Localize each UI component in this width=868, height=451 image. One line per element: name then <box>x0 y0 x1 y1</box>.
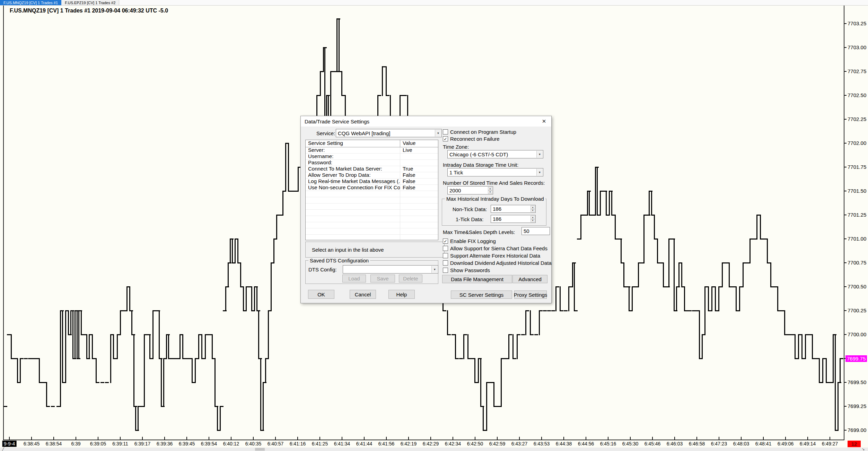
horizontal-scrollbar[interactable] <box>0 448 868 451</box>
spinner-icon[interactable]: ▲▼ <box>488 187 492 194</box>
time-tick <box>807 437 808 440</box>
time-tick <box>186 437 187 440</box>
price-tick <box>844 406 847 407</box>
table-row[interactable]: Log Real-time Market Data Messages (...F… <box>306 179 438 185</box>
stored-records-value: 2000 <box>449 188 461 193</box>
time-tick <box>741 437 742 440</box>
sc-server-settings-button[interactable]: SC Server Settings <box>451 290 512 299</box>
advanced-button[interactable]: Advanced <box>512 275 547 283</box>
allow-sierra-feeds-checkbox[interactable]: ✓ Allow Support for Sierra Chart Data Fe… <box>443 245 547 251</box>
column-header-setting[interactable]: Service Setting <box>306 140 400 147</box>
time-tick <box>142 437 143 440</box>
chevron-down-icon[interactable]: ▼ <box>431 266 438 273</box>
enable-fix-logging-checkbox[interactable]: ✓ Enable FIX Logging <box>443 238 496 244</box>
dts-config-dropdown[interactable]: ▼ <box>343 265 438 274</box>
checkbox-icon[interactable]: ✓ <box>443 260 448 266</box>
checkbox-icon[interactable]: ✓ <box>443 253 448 258</box>
table-row[interactable]: Username: <box>306 154 438 160</box>
time-label: 6:41:56 <box>378 441 395 446</box>
time-axis-border <box>3 440 844 440</box>
table-row[interactable]: Server:Live <box>306 147 438 154</box>
price-label: 7699.00 <box>848 427 866 433</box>
service-settings-table[interactable]: Service Setting Value Server:LiveUsernam… <box>305 140 438 240</box>
delete-button[interactable]: Delete <box>399 275 422 283</box>
chevron-down-icon[interactable]: ▼ <box>536 151 543 158</box>
table-row[interactable] <box>306 228 438 235</box>
time-tick <box>53 437 54 440</box>
intraday-unit-value: 1 Tick <box>449 170 463 175</box>
connect-on-startup-checkbox[interactable]: ✓ Connect on Program Startup <box>443 129 516 135</box>
table-row[interactable] <box>306 235 438 240</box>
intraday-unit-dropdown[interactable]: 1 Tick ▼ <box>447 168 543 176</box>
non-tick-input[interactable]: 186 ▲▼ <box>491 205 536 213</box>
dialog-titlebar[interactable]: Data/Trade Service Settings ✕ <box>301 116 551 127</box>
help-button[interactable]: Help <box>388 290 415 299</box>
max-ts-depth-input[interactable]: 50 <box>521 227 550 235</box>
close-icon[interactable]: ✕ <box>540 117 549 125</box>
chevron-down-icon[interactable]: ▼ <box>435 130 441 137</box>
price-label: 7702.50 <box>848 92 866 98</box>
table-row[interactable]: Allow Server To Drop Data:False <box>306 172 438 179</box>
show-passwords-checkbox[interactable]: ✓ Show Passwords <box>443 267 490 273</box>
price-axis-border <box>844 6 844 440</box>
table-row[interactable]: Use Non-secure Connection For FIX Co...F… <box>306 185 438 191</box>
ok-button[interactable]: OK <box>308 290 334 299</box>
time-tick <box>386 437 387 440</box>
price-label: 7700.75 <box>848 260 866 266</box>
cancel-button[interactable]: Cancel <box>350 290 376 299</box>
time-zone-dropdown[interactable]: Chicago (-6 CST/-5 CDT) ▼ <box>447 150 543 158</box>
price-tick <box>844 238 847 239</box>
table-row[interactable] <box>306 216 438 222</box>
time-label: 6:44:38 <box>556 441 572 446</box>
table-row[interactable] <box>306 197 438 203</box>
time-label: 6:48:03 <box>733 441 749 446</box>
price-label: 7700.25 <box>848 307 866 313</box>
load-button[interactable]: Load <box>342 275 366 283</box>
table-row[interactable] <box>306 203 438 210</box>
time-label: 6:38:54 <box>46 441 62 446</box>
checkbox-icon[interactable]: ✓ <box>443 246 448 251</box>
table-row[interactable] <box>306 222 438 228</box>
save-button[interactable]: Save <box>370 275 395 283</box>
chevron-down-icon[interactable]: ▼ <box>536 169 543 176</box>
data-file-management-button[interactable]: Data File Management <box>442 275 512 283</box>
checkbox-icon[interactable]: ✓ <box>443 268 448 273</box>
alternate-forex-checkbox[interactable]: ✓ Support Alternate Forex Historical Dat… <box>443 253 540 259</box>
time-tick <box>652 437 653 440</box>
checkbox-icon[interactable]: ✓ <box>443 129 448 135</box>
table-row[interactable] <box>306 191 438 197</box>
time-remaining-badge: 12 <box>848 441 861 447</box>
time-label: 6:41:44 <box>356 441 372 446</box>
table-row[interactable]: Connect To Market Data Server:True <box>306 166 438 172</box>
max-ts-depth-label: Max Time&Sales Depth Levels: <box>443 229 515 235</box>
input-info-text: Select an input in the list above <box>312 247 384 253</box>
time-label: 6:49:06 <box>778 441 794 446</box>
time-label: 6:44:56 <box>578 441 594 446</box>
time-label: 6:41:34 <box>334 441 350 446</box>
spinner-icon[interactable]: ▲▼ <box>531 216 535 222</box>
time-label: 6:39:17 <box>134 441 151 446</box>
time-label: 6:43:53 <box>534 441 550 446</box>
max-days-group-label: Max Historical Intraday Days To Download <box>445 196 545 202</box>
dividend-adjusted-checkbox[interactable]: ✓ Download Dividend Adjusted Historical … <box>443 260 552 266</box>
scrollbar-thumb[interactable] <box>255 448 265 451</box>
proxy-settings-button[interactable]: Proxy Settings <box>514 290 547 299</box>
checkbox-icon[interactable]: ✓ <box>443 136 448 141</box>
price-label: 7703.25 <box>848 20 866 26</box>
time-tick <box>98 437 98 440</box>
time-tick <box>297 437 298 440</box>
time-tick <box>164 437 165 440</box>
time-label: 6:39:36 <box>157 441 173 446</box>
spinner-icon[interactable]: ▲▼ <box>531 206 535 212</box>
table-row[interactable]: Password: <box>306 160 438 166</box>
column-header-value[interactable]: Value <box>400 140 438 147</box>
stored-records-input[interactable]: 2000 ▲▼ <box>447 186 493 194</box>
one-tick-input[interactable]: 186 ▲▼ <box>491 215 536 223</box>
time-tick <box>209 437 209 440</box>
table-header[interactable]: Service Setting Value <box>306 140 438 147</box>
price-tick <box>844 71 847 72</box>
table-row[interactable] <box>306 210 438 216</box>
service-dropdown[interactable]: CQG WebAPI [trading] ▼ <box>336 129 442 137</box>
reconnect-on-failure-checkbox[interactable]: ✓ Reconnect on Failure <box>443 136 500 142</box>
checkbox-icon[interactable]: ✓ <box>443 238 448 244</box>
